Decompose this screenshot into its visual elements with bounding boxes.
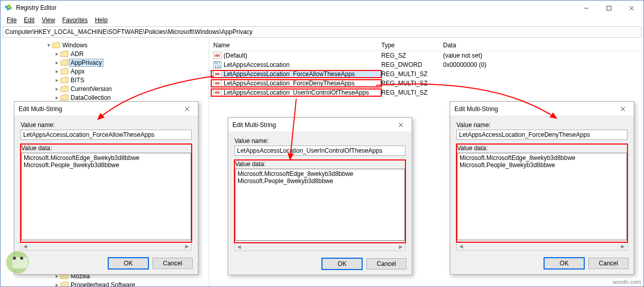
close-button[interactable] [620, 1, 643, 15]
value-name-input[interactable] [456, 130, 628, 140]
svg-rect-5 [607, 6, 611, 10]
value-name: LetAppsAccessLocation_UserInControlOfThe… [224, 89, 369, 96]
address-text: Computer\HKEY_LOCAL_MACHINE\SOFTWARE\Pol… [5, 28, 252, 35]
tree-label: BITS [70, 77, 86, 84]
tree-item-propellerhead software[interactable]: ▸Propellerhead Software [2, 280, 208, 286]
menu-view[interactable]: View [39, 15, 58, 25]
value-name: LetAppsAccessLocation [224, 61, 290, 68]
folder-icon [60, 50, 69, 58]
folder-icon [60, 94, 69, 101]
tree-label: AppPrivacy [70, 59, 103, 66]
value-type: REG_DWORD [381, 61, 443, 68]
tree-item-adr[interactable]: ▸ADR [2, 49, 208, 58]
value-data-label: Value data: [21, 145, 191, 152]
svg-point-17 [20, 257, 23, 260]
value-name: (Default) [224, 52, 247, 59]
minimize-button[interactable] [575, 1, 598, 15]
tree-label: Windows [61, 42, 89, 49]
menu-help[interactable]: Help [92, 15, 111, 25]
expander-icon[interactable]: ▸ [53, 68, 60, 75]
value-icon: ab [213, 52, 222, 59]
tree-item-appx[interactable]: ▸Appx [2, 67, 208, 76]
value-type: REG_MULTI_SZ [381, 80, 443, 87]
folder-icon [52, 42, 60, 49]
value-data: 0x00000000 (0) [443, 61, 641, 68]
ok-button[interactable]: OK [544, 258, 584, 269]
value-name-input[interactable] [21, 130, 192, 140]
value-row[interactable]: abLetAppsAccessLocation_UserInControlOfT… [211, 88, 641, 97]
address-bar[interactable]: Computer\HKEY_LOCAL_MACHINE\SOFTWARE\Pol… [3, 26, 641, 38]
tree-label: ADR [70, 50, 84, 58]
folder-icon [60, 68, 69, 75]
column-data[interactable]: Data [443, 42, 641, 49]
value-data-label: Value data: [457, 145, 627, 152]
menubar: File Edit View Favorites Help [1, 15, 643, 25]
value-name-input[interactable] [234, 146, 405, 156]
value-row[interactable]: abLetAppsAccessLocation_ForceDenyTheseAp… [211, 79, 641, 88]
dialog-close-button[interactable] [177, 103, 197, 115]
titlebar: Registry Editor [1, 1, 643, 15]
expander-icon[interactable]: ▸ [53, 281, 60, 287]
menu-file[interactable]: File [4, 15, 20, 25]
dialog-title: Edit Multi-String [450, 102, 634, 116]
folder-icon [60, 85, 69, 93]
value-data-textarea[interactable] [235, 169, 405, 241]
value-row[interactable]: 011110LetAppsAccessLocationREG_DWORD0x00… [211, 60, 641, 69]
column-name[interactable]: Name [211, 42, 381, 49]
expander-icon[interactable]: ▸ [53, 94, 60, 101]
dialog-close-button[interactable] [391, 119, 411, 131]
cancel-button[interactable]: Cancel [588, 258, 629, 269]
value-icon: 011110 [213, 61, 222, 68]
value-row[interactable]: abLetAppsAccessLocation_ForceAllowTheseA… [211, 69, 641, 79]
tree-item-currentversion[interactable]: ▸CurrentVersion [2, 84, 208, 93]
watermark-logo [3, 247, 40, 278]
menu-edit[interactable]: Edit [21, 15, 38, 25]
svg-point-16 [13, 257, 16, 260]
dialog-title: Edit Multi-String [228, 118, 412, 132]
tree-item-bits[interactable]: ▸BITS [2, 76, 208, 84]
value-name-label: Value name: [234, 137, 405, 145]
expander-icon[interactable]: ▸ [53, 59, 60, 66]
folder-icon [60, 59, 69, 66]
value-name-label: Value name: [456, 121, 628, 129]
dialog-forcedeny: Edit Multi-String Value name: Value data… [450, 101, 634, 275]
value-icon: ab [213, 80, 222, 87]
value-name: LetAppsAccessLocation_ForceDenyTheseApps [224, 80, 354, 87]
column-type[interactable]: Type [381, 42, 443, 49]
regedit-icon [5, 4, 13, 12]
expander-icon[interactable]: ▸ [53, 77, 60, 84]
value-type: REG_MULTI_SZ [381, 70, 443, 78]
tree-label: CurrentVersion [70, 85, 113, 93]
tree-item-appprivacy[interactable]: ▸AppPrivacy [2, 58, 208, 67]
tree-item-windows[interactable]: ▾Windows [2, 41, 208, 49]
expander-icon[interactable]: ▾ [45, 42, 52, 49]
maximize-button[interactable] [598, 1, 620, 15]
ok-button[interactable]: OK [322, 258, 362, 270]
value-name-label: Value name: [21, 121, 192, 129]
dialog-forceallow: Edit Multi-String Value name: Value data… [14, 101, 198, 275]
dialog-close-button[interactable] [613, 103, 633, 115]
window-title: Registry Editor [16, 4, 639, 11]
value-data-textarea[interactable] [21, 153, 191, 240]
column-headers[interactable]: Name Type Data [211, 40, 641, 51]
value-data: (value not set) [443, 52, 641, 59]
menu-favorites[interactable]: Favorites [59, 15, 91, 25]
value-icon: ab [213, 70, 222, 78]
value-data-textarea[interactable] [457, 153, 627, 240]
tree-label: Propellerhead Software [70, 281, 136, 287]
scrollbar[interactable]: ◄► [234, 243, 405, 251]
cancel-button[interactable]: Cancel [366, 258, 406, 270]
value-icon: ab [213, 89, 222, 96]
cancel-button[interactable]: Cancel [152, 258, 193, 269]
tree-item-datacollection[interactable]: ▸DataCollection [2, 93, 208, 102]
folder-icon [60, 77, 69, 84]
ok-button[interactable]: OK [108, 258, 148, 269]
expander-icon[interactable]: ▸ [53, 50, 60, 58]
scrollbar[interactable]: ◄► [21, 242, 192, 250]
expander-icon[interactable]: ▸ [53, 85, 60, 93]
dialog-userincontrol: Edit Multi-String Value name: Value data… [228, 117, 412, 275]
value-data-label: Value data: [235, 160, 405, 168]
watermark-text: wsxdn.com [613, 279, 641, 285]
value-row[interactable]: ab(Default)REG_SZ(value not set) [211, 51, 641, 60]
scrollbar[interactable]: ◄► [456, 242, 628, 250]
